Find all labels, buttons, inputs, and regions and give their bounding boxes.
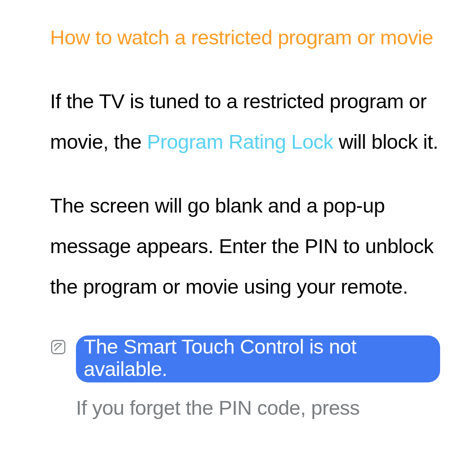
para1-post: will block it. <box>333 130 438 153</box>
note-text: The Smart Touch Control is not available… <box>76 335 440 428</box>
note-continuation: If you forget the PIN code, press <box>76 396 360 419</box>
note-badge: The Smart Touch Control is not available… <box>76 335 440 382</box>
section-heading: How to watch a restricted program or mov… <box>50 17 440 58</box>
note-block: The Smart Touch Control is not available… <box>50 335 440 428</box>
body-paragraph-2: The screen will go blank and a pop-up me… <box>50 185 440 307</box>
note-icon <box>50 339 66 355</box>
program-rating-lock-link[interactable]: Program Rating Lock <box>147 130 333 153</box>
body-paragraph-1: If the TV is tuned to a restricted progr… <box>50 81 440 162</box>
